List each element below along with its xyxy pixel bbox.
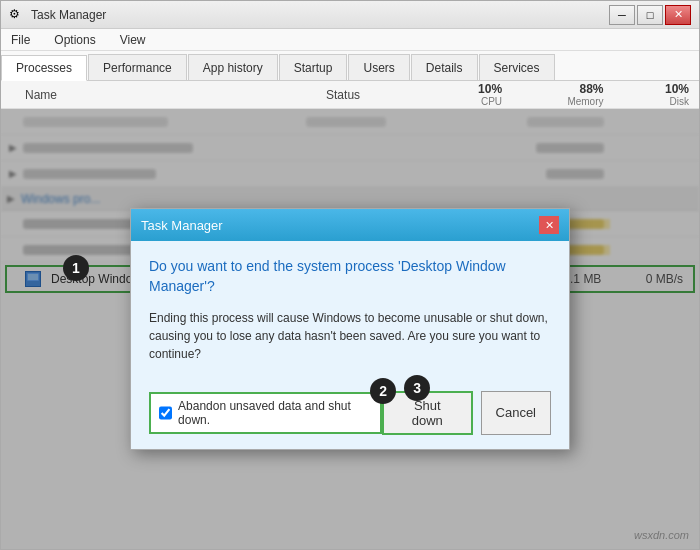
minimize-button[interactable]: ─: [609, 5, 635, 25]
main-window: ⚙ Task Manager ─ □ ✕ File Options View P…: [0, 0, 700, 550]
dialog-title: Task Manager: [141, 218, 223, 233]
dialog-question: Do you want to end the system process 'D…: [149, 257, 551, 296]
menu-bar: File Options View: [1, 29, 699, 51]
col-disk[interactable]: 10% Disk: [610, 82, 696, 107]
dialog-overlay: Task Manager ✕ Do you want to end the sy…: [1, 109, 699, 549]
maximize-button[interactable]: □: [637, 5, 663, 25]
step-2-badge: 2: [370, 378, 396, 404]
step-3-badge: 3: [404, 375, 430, 401]
tab-users[interactable]: Users: [348, 54, 409, 80]
title-bar-left: ⚙ Task Manager: [9, 7, 106, 23]
menu-file[interactable]: File: [5, 31, 36, 49]
col-cpu[interactable]: 10% CPU: [423, 82, 509, 107]
tab-processes[interactable]: Processes: [1, 55, 87, 81]
tab-details[interactable]: Details: [411, 54, 478, 80]
dialog: Task Manager ✕ Do you want to end the sy…: [130, 208, 570, 449]
tab-bar: Processes Performance App history Startu…: [1, 51, 699, 81]
checkbox-area: Abandon unsaved data and shut down.: [149, 392, 382, 434]
dialog-close-button[interactable]: ✕: [539, 216, 559, 234]
step-1-badge: 1: [63, 255, 89, 281]
dialog-buttons: Shut down Cancel 3: [382, 391, 551, 435]
shutdown-button[interactable]: Shut down: [382, 391, 472, 435]
dialog-body: Do you want to end the system process 'D…: [131, 241, 569, 390]
tab-startup[interactable]: Startup: [279, 54, 348, 80]
tab-app-history[interactable]: App history: [188, 54, 278, 80]
dialog-footer: Abandon unsaved data and shut down. 2 Sh…: [131, 391, 569, 449]
menu-options[interactable]: Options: [48, 31, 101, 49]
checkbox-container: Abandon unsaved data and shut down. 2: [149, 392, 382, 434]
window-title: Task Manager: [31, 8, 106, 22]
tab-performance[interactable]: Performance: [88, 54, 187, 80]
close-button[interactable]: ✕: [665, 5, 691, 25]
title-bar: ⚙ Task Manager ─ □ ✕: [1, 1, 699, 29]
window-controls: ─ □ ✕: [609, 5, 691, 25]
table-header: Name Status 10% CPU 88% Memory 10% Disk: [1, 81, 699, 109]
menu-view[interactable]: View: [114, 31, 152, 49]
table-area: ▶ ▶ ▶ Windows pro...: [1, 109, 699, 549]
abandon-checkbox[interactable]: [159, 406, 172, 420]
tab-services[interactable]: Services: [479, 54, 555, 80]
col-memory[interactable]: 88% Memory: [508, 82, 609, 107]
cancel-button[interactable]: Cancel: [481, 391, 551, 435]
col-name: Name: [19, 88, 264, 102]
app-icon: ⚙: [9, 7, 25, 23]
checkbox-label: Abandon unsaved data and shut down.: [178, 399, 372, 427]
col-status: Status: [264, 88, 423, 102]
dialog-warning: Ending this process will cause Windows t…: [149, 309, 551, 363]
dialog-title-bar: Task Manager ✕: [131, 209, 569, 241]
